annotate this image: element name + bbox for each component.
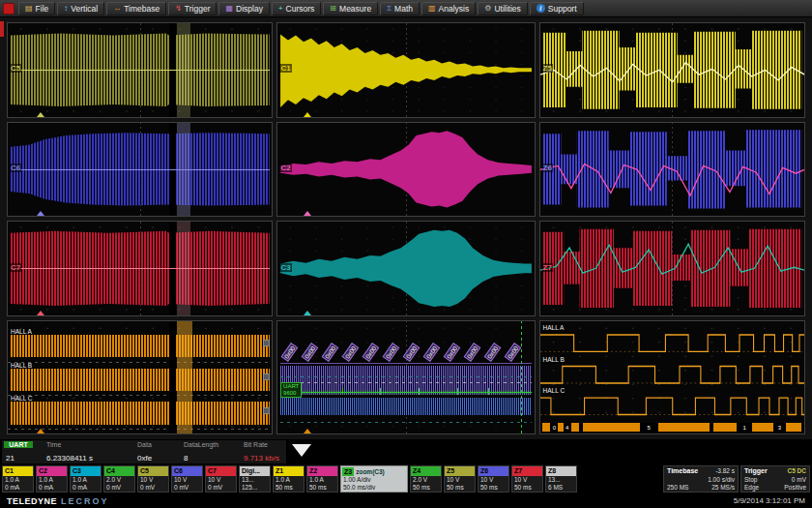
- descriptor-z7[interactable]: Z710 V50 ms: [511, 465, 543, 493]
- descriptor-spacer: [579, 465, 661, 493]
- decode-bitrate-value: 9.713 kb/s: [244, 454, 284, 463]
- panel-c2[interactable]: C2: [276, 122, 535, 218]
- hex-value: 0x00: [464, 343, 481, 362]
- descriptor-id: Z4: [411, 466, 441, 476]
- serial-tick: [380, 388, 381, 395]
- descriptor-line1: 10 V: [512, 476, 542, 484]
- descriptor-line2: 50 ms: [445, 484, 475, 492]
- collapse-table-button[interactable]: [292, 444, 311, 457]
- side-tab[interactable]: [0, 21, 4, 37]
- menu-utilities[interactable]: ⚙Utilities: [478, 2, 528, 15]
- panel-z6[interactable]: Z6: [539, 122, 805, 218]
- descriptor-c4[interactable]: C42.0 V0 mV: [103, 465, 135, 493]
- descriptor-line1: 10 V: [138, 476, 168, 484]
- descriptor-z8[interactable]: Z813...6 MS: [545, 465, 577, 493]
- zoom-timebase: 50.0 ms/div: [341, 484, 407, 492]
- descriptor-c3[interactable]: C31.0 A0 mA: [70, 465, 102, 493]
- analysis-icon: ▥: [428, 5, 436, 13]
- descriptor-line2: 50 ms: [411, 484, 441, 492]
- menu-display[interactable]: ▦Display: [218, 2, 269, 15]
- serial-tick: [419, 388, 420, 395]
- trigger-box[interactable]: TriggerC5 DC Stop0 mV EdgePositive: [740, 465, 810, 493]
- serial-tick: [457, 388, 458, 395]
- descriptor-line1: 1.0 A: [71, 476, 101, 484]
- descriptor-c7[interactable]: C710 V0 mV: [205, 465, 237, 493]
- descriptor-line1: 13...: [546, 476, 576, 484]
- hex-value: 0x00: [423, 343, 441, 362]
- menu-math[interactable]: ΣMath: [380, 2, 420, 15]
- trigger-slope: Positive: [784, 484, 806, 491]
- trigger-marker: [37, 112, 44, 117]
- hex-value: 0x00: [444, 343, 461, 362]
- decode-bitrate-column: Bit Rate 9.713 kb/s: [242, 440, 286, 463]
- descriptor-z4[interactable]: Z42.0 V50 ms: [410, 465, 442, 493]
- menu-label: Timebase: [124, 4, 160, 14]
- panel-hall-zoom[interactable]: HALL A HALL B HALL C 0 4 5: [539, 320, 805, 434]
- panel-z5[interactable]: Z5: [539, 22, 805, 118]
- descriptor-c2[interactable]: C21.0 A0 mA: [36, 465, 68, 493]
- descriptor-z2[interactable]: Z21.0 A50 ms: [306, 465, 338, 493]
- trigger-marker: [304, 429, 311, 433]
- datetime-display: 5/9/2014 3:12:01 PM: [734, 496, 805, 505]
- panel-c7[interactable]: C7: [7, 221, 273, 316]
- bus-state-segment: [571, 423, 579, 432]
- serial-tick: [488, 388, 489, 395]
- zoom-scale: 1.00 A/div: [341, 476, 407, 484]
- panel-c5[interactable]: C5: [7, 22, 273, 118]
- timebase-box[interactable]: Timebase-3.82 s 1.00 s/div 250 MS25 MS/s: [663, 465, 739, 493]
- descriptor-id: Z7: [512, 466, 542, 476]
- menu-label: Utilities: [494, 4, 520, 14]
- trace-centerline: [11, 169, 270, 170]
- bus-marker-icon[interactable]: [263, 407, 270, 414]
- bus-state-value: 0: [550, 423, 558, 432]
- trigger-title: Trigger: [744, 467, 768, 474]
- descriptor-z5[interactable]: Z510 V50 ms: [444, 465, 476, 493]
- trigger-marker: [37, 211, 44, 216]
- panel-z7[interactable]: Z7: [539, 221, 805, 316]
- uart-bus-tag[interactable]: UART 9600: [280, 382, 302, 398]
- descriptor-digital[interactable]: Digi...13...125...: [239, 465, 271, 493]
- menu-analysis[interactable]: ▥Analysis: [421, 2, 476, 15]
- panel-serial-decode[interactable]: 0x00 0x00 0x00 0x00 0x00 0x00 0x00 0x00 …: [276, 320, 535, 434]
- menu-cursors[interactable]: +Cursors: [272, 2, 321, 15]
- decode-tag-column: UART 21: [2, 440, 44, 463]
- descriptor-z6[interactable]: Z610 V50 ms: [478, 465, 509, 493]
- panel-digital-record[interactable]: HALL A HALL B HALL C: [7, 320, 273, 434]
- file-icon: ▤: [25, 5, 33, 13]
- menu-vertical[interactable]: ↕Vertical: [57, 2, 104, 15]
- decode-data-value: 0xfe: [137, 454, 180, 463]
- menu-label: Analysis: [439, 4, 470, 14]
- descriptor-id: C1: [3, 466, 33, 476]
- descriptor-c6[interactable]: C610 V0 mV: [171, 465, 203, 493]
- panel-c3[interactable]: C3: [276, 221, 535, 316]
- descriptor-c5[interactable]: C510 V0 mV: [137, 465, 169, 493]
- decode-time-value: 6.23308411 s: [46, 454, 133, 463]
- digital-band-c: [11, 402, 270, 424]
- trace-centerline: [11, 70, 270, 71]
- panel-c6[interactable]: C6: [7, 122, 273, 218]
- menu-measure[interactable]: ⊞Measure: [323, 2, 378, 15]
- bus-state-segment: [786, 423, 801, 432]
- descriptor-line2: 0 mV: [138, 484, 168, 492]
- descriptor-c1[interactable]: C11.0 A0 mA: [2, 465, 34, 493]
- menu-file[interactable]: ▤File: [18, 2, 55, 15]
- uart-decode-table[interactable]: UART 21 Time 6.23308411 s Data 0xfe Data…: [2, 440, 286, 463]
- uart-tag-name: UART: [283, 383, 299, 390]
- trigger-mode: Stop: [744, 476, 757, 483]
- menubar: ▤File ↕Vertical ↔Timebase ↯Trigger ▦Disp…: [0, 0, 812, 17]
- uart-serial-trace: [280, 392, 532, 393]
- menu-timebase[interactable]: ↔Timebase: [106, 2, 166, 15]
- descriptor-z1[interactable]: Z11.0 A50 ms: [273, 465, 304, 493]
- descriptor-z3-selected[interactable]: Z3zoom(C3) 1.00 A/div 50.0 ms/div: [340, 465, 408, 493]
- trace-centerline: [11, 268, 270, 269]
- bus-marker-icon[interactable]: [263, 374, 270, 380]
- menu-label: Support: [548, 4, 577, 14]
- lecroy-logo-icon: [3, 3, 14, 15]
- descriptor-line2: 0 mV: [206, 484, 236, 492]
- bus-state-segment: [713, 423, 737, 432]
- menu-trigger[interactable]: ↯Trigger: [168, 2, 217, 15]
- channel-label: C5: [10, 64, 21, 73]
- menu-support[interactable]: iSupport: [530, 2, 584, 15]
- panel-c1[interactable]: C1: [276, 22, 535, 118]
- bus-marker-icon[interactable]: [263, 340, 270, 346]
